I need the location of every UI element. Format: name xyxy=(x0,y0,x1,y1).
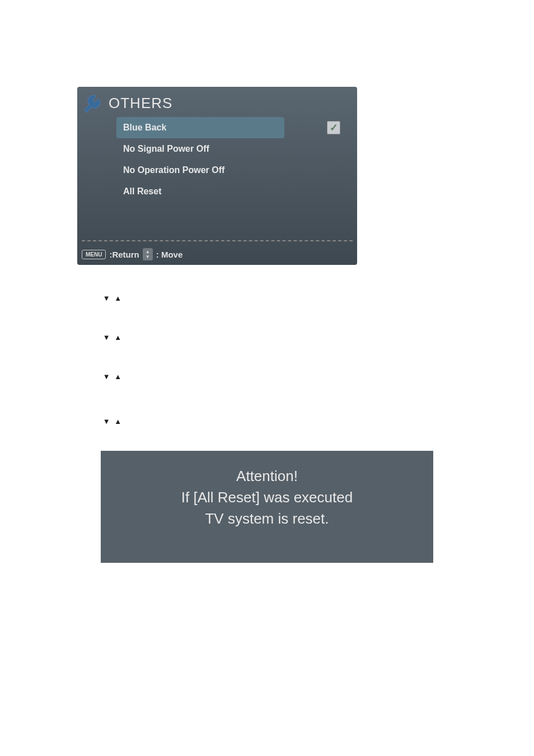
instruction-line-1: Press ▼ ▲ to select Blue Back, press OK … xyxy=(81,294,314,302)
up-triangle-icon: ▲ xyxy=(114,372,121,381)
menu-item-all-reset[interactable]: All Reset Execute xyxy=(116,181,357,202)
menu-items-list: Blue Back No Signal Power Off No Operati… xyxy=(116,117,357,202)
menu-item-no-operation-power-off[interactable]: No Operation Power Off xyxy=(116,160,357,181)
menu-divider xyxy=(82,240,353,241)
instruction-line-4: Press ▼ ▲ to select All Reset, press OK … xyxy=(81,417,278,426)
return-hint: :Return xyxy=(109,250,139,259)
up-triangle-icon: ▲ xyxy=(114,333,121,342)
instruction-line-2: Press ▼ ▲ to select No Signal Power Off,… xyxy=(81,333,311,342)
menu-item-label: No Signal Power Off xyxy=(123,144,357,154)
menu-item-no-signal-power-off[interactable]: No Signal Power Off xyxy=(116,138,357,160)
down-triangle-icon: ▼ xyxy=(103,294,110,302)
menu-item-label: Blue Back xyxy=(123,123,284,133)
menu-item-label: No Operation Power Off xyxy=(123,165,357,175)
osd-menu-panel: OTHERS Blue Back No Signal Power Off No … xyxy=(77,87,357,265)
move-hint: : Move xyxy=(156,250,183,259)
attention-line-3: TV system is reset. xyxy=(101,508,433,529)
menu-item-label: All Reset xyxy=(123,186,357,197)
attention-dialog: Attention! If [All Reset] was executed T… xyxy=(101,451,433,563)
footer-hints: MENU :Return ▲▼ : Move xyxy=(82,248,182,260)
down-triangle-icon: ▼ xyxy=(103,333,110,342)
wrench-icon xyxy=(79,92,103,116)
checkbox-checked-icon[interactable] xyxy=(327,121,340,134)
menu-title: OTHERS xyxy=(109,95,172,112)
arrow-keys-icon: ▲▼ xyxy=(143,248,153,260)
instruction-line-3: Press ▼ ▲ to select No Operation Power O… xyxy=(81,372,323,381)
up-triangle-icon: ▲ xyxy=(114,417,121,426)
menu-key-badge: MENU xyxy=(82,250,106,259)
attention-line-2: If [All Reset] was executed xyxy=(101,487,433,508)
down-triangle-icon: ▼ xyxy=(103,417,110,426)
attention-line-1: Attention! xyxy=(101,465,433,487)
up-triangle-icon: ▲ xyxy=(114,294,121,302)
menu-header: OTHERS xyxy=(77,87,357,116)
down-triangle-icon: ▼ xyxy=(103,372,110,381)
menu-item-blue-back[interactable]: Blue Back xyxy=(116,117,284,138)
